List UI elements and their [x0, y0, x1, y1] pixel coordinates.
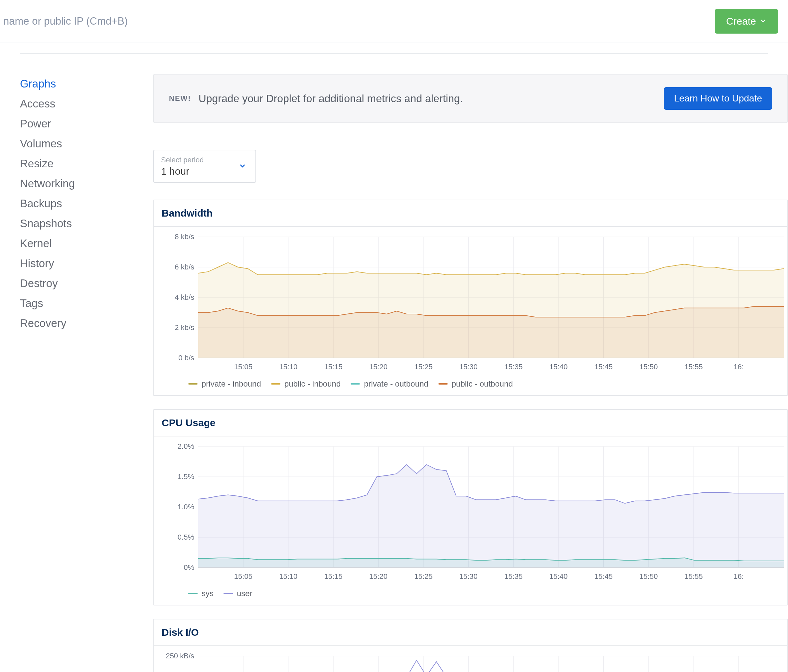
svg-text:15:15: 15:15	[324, 572, 343, 580]
svg-text:15:10: 15:10	[279, 572, 297, 580]
chart-card-cpu-usage: CPU Usage0%0.5%1.0%1.5%2.0%15:0515:1015:…	[153, 409, 788, 605]
sidebar-item-backups[interactable]: Backups	[20, 194, 153, 214]
chart-body: 0 b/s2 kb/s4 kb/s6 kb/s8 kb/s15:0515:101…	[154, 227, 787, 395]
svg-text:8 kb/s: 8 kb/s	[175, 234, 194, 241]
chart-title: Disk I/O	[154, 620, 787, 646]
chart-title: CPU Usage	[154, 410, 787, 437]
svg-text:15:40: 15:40	[550, 572, 568, 580]
svg-text:0.5%: 0.5%	[178, 533, 194, 541]
upgrade-banner: NEW! Upgrade your Droplet for additional…	[153, 74, 788, 123]
svg-text:15:35: 15:35	[504, 572, 523, 580]
sidebar-item-kernel[interactable]: Kernel	[20, 234, 153, 254]
new-badge: NEW!	[169, 94, 191, 103]
legend-label: sys	[202, 589, 214, 598]
legend-item: sys	[188, 589, 214, 598]
svg-text:15:55: 15:55	[685, 572, 703, 580]
svg-text:2 kb/s: 2 kb/s	[175, 323, 194, 332]
legend-label: public - inbound	[284, 379, 341, 389]
svg-text:15:50: 15:50	[639, 572, 658, 580]
sidebar-item-volumes[interactable]: Volumes	[20, 134, 153, 154]
legend-swatch	[438, 383, 448, 384]
legend-label: public - outbound	[452, 379, 513, 389]
period-label: Select period	[161, 156, 248, 164]
chart-legend: private - inboundpublic - inboundprivate…	[162, 379, 779, 389]
svg-text:1.0%: 1.0%	[178, 503, 194, 511]
period-value: 1 hour	[161, 166, 248, 177]
chart-legend: sysuser	[162, 589, 779, 598]
period-select[interactable]: Select period 1 hour	[153, 150, 256, 183]
learn-how-button[interactable]: Learn How to Update	[664, 87, 772, 110]
sidebar: GraphsAccessPowerVolumesResizeNetworking…	[20, 74, 153, 672]
sidebar-item-recovery[interactable]: Recovery	[20, 313, 153, 334]
svg-text:15:30: 15:30	[459, 362, 478, 371]
sidebar-item-graphs[interactable]: Graphs	[20, 74, 153, 94]
legend-label: user	[237, 589, 253, 598]
create-button[interactable]: Create	[715, 9, 778, 33]
svg-text:15:50: 15:50	[639, 362, 658, 371]
chart-card-disk-i-o: Disk I/O200 kB/s250 kB/s15:0515:1015:151…	[153, 619, 788, 672]
main-content: NEW! Upgrade your Droplet for additional…	[153, 74, 788, 672]
sidebar-item-history[interactable]: History	[20, 254, 153, 273]
sidebar-item-access[interactable]: Access	[20, 94, 153, 114]
svg-text:4 kb/s: 4 kb/s	[175, 293, 194, 302]
svg-text:0 b/s: 0 b/s	[178, 354, 194, 362]
svg-text:15:40: 15:40	[550, 362, 568, 371]
legend-label: private - outbound	[364, 379, 428, 389]
sidebar-item-resize[interactable]: Resize	[20, 154, 153, 174]
svg-text:15:20: 15:20	[369, 362, 388, 371]
chart-plot: 0%0.5%1.0%1.5%2.0%15:0515:1015:1515:2015…	[162, 443, 787, 583]
legend-swatch	[271, 383, 280, 384]
chart-title: Bandwidth	[154, 200, 787, 227]
svg-text:15:25: 15:25	[414, 572, 432, 580]
svg-text:15:45: 15:45	[594, 572, 613, 580]
legend-item: private - inbound	[188, 379, 261, 389]
chart-plot: 200 kB/s250 kB/s15:0515:1015:1515:2015:2…	[162, 653, 787, 672]
svg-text:15:30: 15:30	[459, 572, 478, 580]
svg-text:1.5%: 1.5%	[178, 472, 194, 481]
legend-swatch	[224, 593, 233, 594]
svg-text:15:05: 15:05	[234, 362, 253, 371]
svg-text:15:20: 15:20	[369, 572, 388, 580]
svg-text:6 kb/s: 6 kb/s	[175, 263, 194, 271]
create-button-label: Create	[726, 16, 756, 27]
sidebar-item-snapshots[interactable]: Snapshots	[20, 214, 153, 234]
legend-item: user	[224, 589, 253, 598]
sidebar-item-tags[interactable]: Tags	[20, 294, 153, 313]
svg-text:15:35: 15:35	[504, 362, 523, 371]
svg-text:15:55: 15:55	[685, 362, 703, 371]
svg-text:2.0%: 2.0%	[178, 443, 194, 450]
chart-plot: 0 b/s2 kb/s4 kb/s6 kb/s8 kb/s15:0515:101…	[162, 234, 787, 373]
svg-text:16:: 16:	[734, 572, 744, 580]
legend-label: private - inbound	[202, 379, 261, 389]
chart-body: 0%0.5%1.0%1.5%2.0%15:0515:1015:1515:2015…	[154, 437, 787, 605]
legend-swatch	[188, 593, 198, 594]
topbar: Create	[0, 0, 788, 43]
legend-item: public - outbound	[438, 379, 513, 389]
banner-text: Upgrade your Droplet for additional metr…	[199, 92, 463, 105]
svg-text:15:05: 15:05	[234, 572, 253, 580]
legend-item: private - outbound	[351, 379, 428, 389]
sidebar-item-destroy[interactable]: Destroy	[20, 273, 153, 294]
chevron-down-icon	[759, 16, 767, 27]
chart-body: 200 kB/s250 kB/s15:0515:1015:1515:2015:2…	[154, 646, 787, 672]
svg-text:15:25: 15:25	[414, 362, 432, 371]
legend-item: public - inbound	[271, 379, 341, 389]
chevron-down-icon	[238, 162, 247, 171]
svg-text:0%: 0%	[184, 563, 194, 572]
svg-text:250 kB/s: 250 kB/s	[166, 653, 194, 660]
svg-text:15:10: 15:10	[279, 362, 297, 371]
svg-text:16:: 16:	[734, 362, 744, 371]
svg-text:15:15: 15:15	[324, 362, 343, 371]
chart-card-bandwidth: Bandwidth0 b/s2 kb/s4 kb/s6 kb/s8 kb/s15…	[153, 200, 788, 396]
sidebar-item-networking[interactable]: Networking	[20, 174, 153, 194]
legend-swatch	[188, 383, 198, 384]
search-input[interactable]	[3, 15, 236, 27]
svg-text:15:45: 15:45	[594, 362, 613, 371]
legend-swatch	[351, 383, 360, 384]
sidebar-item-power[interactable]: Power	[20, 114, 153, 134]
